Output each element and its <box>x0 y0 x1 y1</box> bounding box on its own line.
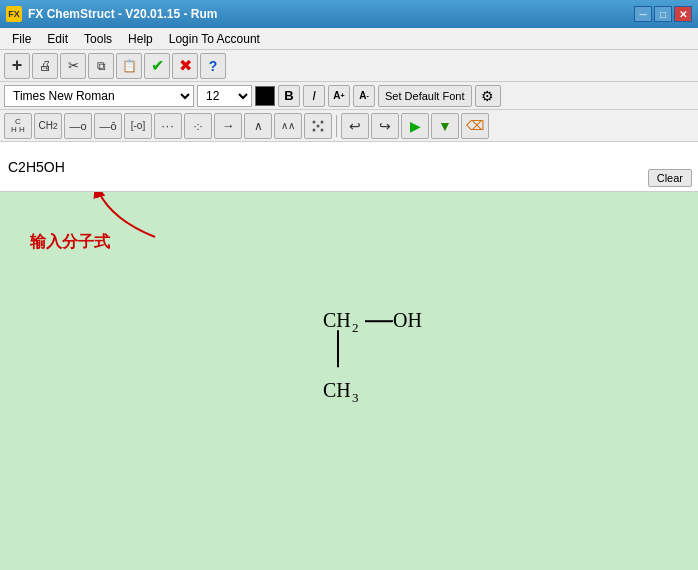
bond-bracket-button[interactable]: [-o] <box>124 113 152 139</box>
font-size-select[interactable]: 8 10 12 14 16 18 24 <box>197 85 252 107</box>
svg-point-0 <box>313 120 316 123</box>
title-text: FX ChemStruct - V20.01.15 - Rum <box>28 7 634 21</box>
input-area: Clear <box>0 142 698 192</box>
minimize-button[interactable]: ─ <box>634 6 652 22</box>
undo-button[interactable]: ↩ <box>341 113 369 139</box>
green-arrow-right-button[interactable]: ▶ <box>401 113 429 139</box>
toolbar3-chem: C H H CH2 —o —ō [-o] ··· ·:· → ∧ ∧∧ ↩ ↪ … <box>0 110 698 142</box>
eraser-button[interactable]: ⌫ <box>461 113 489 139</box>
ch-button[interactable]: C H H <box>4 113 32 139</box>
maximize-button[interactable]: □ <box>654 6 672 22</box>
arrow-button[interactable]: → <box>214 113 242 139</box>
cancel-button[interactable]: ✖ <box>172 53 198 79</box>
help-button[interactable]: ? <box>200 53 226 79</box>
svg-point-1 <box>321 120 324 123</box>
font-family-select[interactable]: Times New Roman Arial Calibri <box>4 85 194 107</box>
svg-point-2 <box>313 128 316 131</box>
menu-edit[interactable]: Edit <box>39 30 76 48</box>
three-dots-button[interactable]: ··· <box>154 113 182 139</box>
ch2-button[interactable]: CH2 <box>34 113 62 139</box>
toolbar1: + 🖨 ✂ ⧉ 📋 ✔ ✖ ? <box>0 50 698 82</box>
window-controls: ─ □ ✕ <box>634 6 692 22</box>
redo-button[interactable]: ↪ <box>371 113 399 139</box>
font-color-picker[interactable] <box>255 86 275 106</box>
ok-button[interactable]: ✔ <box>144 53 170 79</box>
bond-single-button[interactable]: —o <box>64 113 92 139</box>
svg-point-3 <box>321 128 324 131</box>
menu-help[interactable]: Help <box>120 30 161 48</box>
app-icon: FX <box>6 6 22 22</box>
toolbar2-font: Times New Roman Arial Calibri 8 10 12 14… <box>0 82 698 110</box>
green-arrow-down-button[interactable]: ▼ <box>431 113 459 139</box>
ch2-subscript: 2 <box>352 320 359 335</box>
bold-button[interactable]: B <box>278 85 300 107</box>
ch3-subscript: 3 <box>352 390 359 405</box>
close-button[interactable]: ✕ <box>674 6 692 22</box>
double-wave-button[interactable]: ∧∧ <box>274 113 302 139</box>
structure-svg: CH 2 OH CH 3 <box>283 277 503 457</box>
add-button[interactable]: + <box>4 53 30 79</box>
annotation-group: 输入分子式 <box>30 232 110 253</box>
menu-login[interactable]: Login To Account <box>161 30 268 48</box>
ch2-text: CH <box>323 309 351 331</box>
copy-button[interactable]: ⧉ <box>88 53 114 79</box>
chemical-structure: CH 2 OH CH 3 <box>283 277 503 460</box>
menu-tools[interactable]: Tools <box>76 30 120 48</box>
menu-file[interactable]: File <box>4 30 39 48</box>
cut-button[interactable]: ✂ <box>60 53 86 79</box>
wave-bond-button[interactable]: ∧ <box>244 113 272 139</box>
bond-double-button[interactable]: —ō <box>94 113 122 139</box>
italic-button[interactable]: I <box>303 85 325 107</box>
subscript-button[interactable]: A- <box>353 85 375 107</box>
two-dots-button[interactable]: ·:· <box>184 113 212 139</box>
paste-button[interactable]: 📋 <box>116 53 142 79</box>
superscript-button[interactable]: A+ <box>328 85 350 107</box>
dot-pattern-button[interactable] <box>304 113 332 139</box>
print-button[interactable]: 🖨 <box>32 53 58 79</box>
oh-text: OH <box>393 309 422 331</box>
set-default-font-button[interactable]: Set Default Font <box>378 85 472 107</box>
separator1 <box>336 115 337 137</box>
svg-point-4 <box>317 124 320 127</box>
dot-pattern-icon <box>311 119 325 133</box>
molecule-input[interactable] <box>0 142 698 191</box>
menubar: File Edit Tools Help Login To Account <box>0 28 698 50</box>
clear-button[interactable]: Clear <box>648 169 692 187</box>
canvas-area: 输入分子式 CH 2 OH CH 3 <box>0 192 698 570</box>
titlebar: FX FX ChemStruct - V20.01.15 - Rum ─ □ ✕ <box>0 0 698 28</box>
settings-button[interactable]: ⚙ <box>475 85 501 107</box>
annotation-arrow <box>85 192 205 247</box>
ch3-text: CH <box>323 379 351 401</box>
